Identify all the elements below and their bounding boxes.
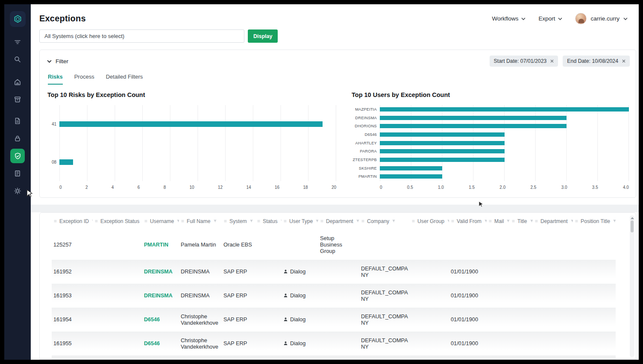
- chart-x-tick: 6: [138, 185, 140, 190]
- table-row[interactable]: 161953DREINSMADREINSMASAP ERPDialogDEFAU…: [52, 284, 616, 308]
- table-cell: [318, 284, 359, 308]
- home-icon[interactable]: [10, 75, 25, 89]
- user-type-cell: Dialog: [282, 260, 318, 284]
- workflows-dropdown[interactable]: Workflows: [492, 15, 526, 22]
- table-row[interactable]: 125257PMARTINPamela MartinOracle EBSSetu…: [52, 229, 616, 260]
- package-icon[interactable]: [10, 92, 25, 107]
- column-header[interactable]: Position Title: [573, 213, 616, 229]
- table-cell: [282, 229, 318, 260]
- column-filter-icon[interactable]: [176, 219, 179, 223]
- column-header[interactable]: Department: [318, 213, 359, 229]
- column-filter-icon[interactable]: [315, 219, 318, 223]
- table-cell: SAP ERP: [222, 260, 255, 284]
- chevron-down-icon: [558, 18, 562, 20]
- column-filter-icon[interactable]: [484, 219, 487, 223]
- username-link[interactable]: DREINSMA: [144, 269, 173, 275]
- column-header[interactable]: User Type: [282, 213, 318, 229]
- display-button[interactable]: Display: [248, 29, 278, 43]
- column-filter-icon[interactable]: [91, 219, 93, 223]
- lock-icon[interactable]: [10, 131, 25, 146]
- username-link[interactable]: PMARTIN: [144, 242, 168, 248]
- chevron-down-icon: [521, 18, 526, 20]
- column-filter-icon[interactable]: [280, 219, 282, 223]
- settings-gear-icon[interactable]: [10, 184, 25, 198]
- column-filter-icon[interactable]: [530, 219, 533, 223]
- column-filter-icon[interactable]: [613, 219, 616, 223]
- column-filter-icon[interactable]: [447, 219, 449, 223]
- column-header-label: Department: [540, 218, 568, 224]
- table-cell: [487, 260, 510, 284]
- table-cell: [573, 284, 616, 308]
- chip-close-icon[interactable]: [622, 59, 625, 63]
- table-row[interactable]: 161954D6546Christophe VandekerkhoveSAP E…: [52, 308, 616, 332]
- person-icon: [283, 293, 288, 298]
- app-logo[interactable]: [10, 11, 26, 27]
- table-row[interactable]: 161952DREINSMADREINSMASAP ERPDialogDEFAU…: [52, 260, 616, 284]
- column-header[interactable]: User Group: [410, 213, 449, 229]
- scrollbar-up-icon[interactable]: [631, 217, 634, 219]
- person-icon: [283, 269, 288, 274]
- column-header[interactable]: Mail: [487, 213, 510, 229]
- table-cell: DEFAULT_COMPANY: [359, 332, 410, 355]
- chart-x-tick: 3.5: [592, 185, 598, 190]
- table-cell: [255, 308, 282, 332]
- table-row[interactable]: 161955D6546Christophe VandekerkhoveSAP E…: [52, 332, 616, 355]
- column-filter-icon[interactable]: [570, 219, 573, 223]
- chip-close-icon[interactable]: [550, 59, 554, 63]
- table-scrollbar[interactable]: [630, 215, 634, 357]
- column-header[interactable]: Title: [510, 213, 533, 229]
- tab-detailed-filters[interactable]: Detailed Filters: [106, 73, 143, 85]
- column-header-label: Department: [326, 218, 353, 224]
- username-link[interactable]: D6546: [144, 317, 160, 323]
- column-header-label: Exception ID: [59, 218, 89, 224]
- column-header[interactable]: System: [222, 213, 255, 229]
- table-cell: [487, 308, 510, 332]
- column-filter-icon[interactable]: [142, 219, 142, 223]
- column-header-label: User Group: [417, 218, 444, 224]
- chart-x-axis: 02468101214161820: [59, 185, 336, 190]
- column-header[interactable]: Username: [142, 213, 179, 229]
- table-cell: SAP ERP: [222, 355, 255, 360]
- column-grip-icon: [320, 219, 324, 223]
- username-link[interactable]: D6546: [144, 341, 160, 346]
- table-cell: [410, 260, 449, 284]
- table-cell: [318, 308, 359, 332]
- chart-x-tick: 16: [275, 185, 279, 190]
- column-filter-icon[interactable]: [356, 219, 359, 223]
- compliance-shield-icon[interactable]: [10, 149, 25, 163]
- table-cell: Christophe Vandekerkhove: [179, 308, 222, 332]
- column-filter-icon[interactable]: [392, 219, 396, 223]
- column-filter-icon[interactable]: [250, 219, 253, 223]
- table-cell: [93, 229, 142, 260]
- filter-collapse-toggle[interactable]: Filter: [47, 58, 68, 65]
- table-row[interactable]: 161956PARORAadded for changes in morning…: [52, 355, 616, 360]
- table-cell: [410, 308, 449, 332]
- column-filter-icon[interactable]: [213, 219, 217, 223]
- column-header[interactable]: Full Name: [179, 213, 222, 229]
- column-header[interactable]: Company: [359, 213, 410, 229]
- table-cell: [449, 229, 487, 260]
- table-cell: 161954: [52, 308, 93, 332]
- username-link[interactable]: DREINSMA: [144, 293, 173, 299]
- column-header[interactable]: Status: [255, 213, 282, 229]
- table-cell: DEFAULT_COMPANY: [359, 284, 410, 308]
- document-icon[interactable]: [10, 114, 25, 128]
- column-header[interactable]: Exception ID: [52, 213, 93, 229]
- column-grip-icon: [534, 219, 538, 223]
- user-menu[interactable]: carrie.curry: [575, 13, 628, 24]
- menu-icon[interactable]: [10, 35, 25, 49]
- column-header[interactable]: Valid From: [449, 213, 487, 229]
- report-icon[interactable]: [10, 166, 25, 181]
- tab-risks[interactable]: Risks: [48, 73, 63, 85]
- table-cell: 01/01/1900: [449, 355, 487, 360]
- column-header[interactable]: Department: [533, 213, 573, 229]
- chart-bar: [380, 107, 629, 112]
- search-icon[interactable]: [10, 52, 25, 67]
- tab-process[interactable]: Process: [74, 73, 94, 85]
- system-select-input[interactable]: [39, 29, 244, 43]
- column-filter-icon[interactable]: [506, 219, 510, 223]
- column-header[interactable]: Exception Status: [93, 213, 142, 229]
- table-cell: [510, 229, 533, 260]
- export-dropdown[interactable]: Export: [538, 15, 562, 22]
- scrollbar-thumb[interactable]: [631, 220, 634, 232]
